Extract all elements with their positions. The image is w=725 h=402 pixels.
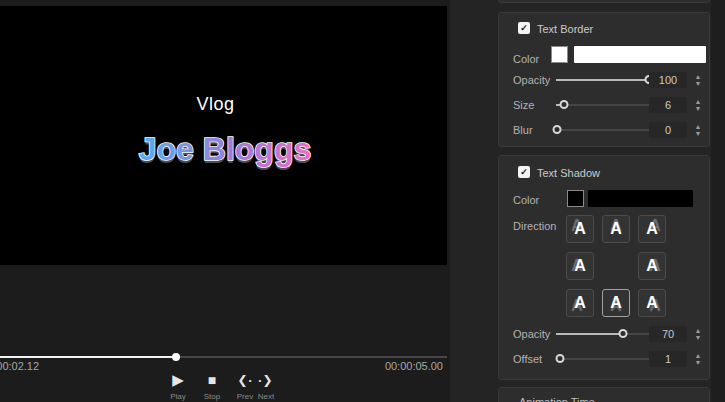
shadow-offset-stepper[interactable]: ▲ ▼ (692, 352, 704, 368)
stepper-down-icon[interactable]: ▼ (692, 130, 704, 137)
stepper-up-icon[interactable]: ▲ (692, 352, 704, 359)
stepper-up-icon[interactable]: ▲ (692, 123, 704, 130)
border-blur-slider[interactable] (556, 125, 651, 134)
video-editor-window: Vlog Joe Bloggs Joe Bloggs 00:00:02.12 0… (0, 0, 725, 402)
shadow-direction-bottom-button[interactable]: A (602, 289, 630, 317)
stepper-down-icon[interactable]: ▼ (692, 359, 704, 366)
shadow-opacity-stepper[interactable]: ▲ ▼ (692, 327, 704, 343)
total-time-label: 00:00:05.00 (385, 360, 443, 372)
animation-time-title: Animation Time (519, 396, 595, 402)
border-size-stepper[interactable]: ▲ ▼ (692, 98, 704, 114)
stop-icon: ■ (196, 370, 228, 390)
direction-glyph: A (639, 253, 665, 279)
direction-glyph: A (567, 216, 593, 242)
slider-track[interactable] (556, 104, 651, 106)
border-size-slider[interactable] (556, 100, 651, 109)
border-blur-label: Blur (513, 124, 533, 136)
slider-handle[interactable] (618, 329, 627, 338)
animation-time-group: Animation Time (498, 387, 710, 402)
text-shadow-title: Text Shadow (537, 167, 600, 179)
text-border-checkbox[interactable]: ✓ (518, 22, 530, 34)
stepper-down-icon[interactable]: ▼ (692, 80, 704, 87)
shadow-color-bar[interactable] (588, 190, 693, 207)
direction-glyph: A (639, 290, 665, 316)
shadow-direction-left-button[interactable]: A (566, 252, 594, 280)
preview-name-text: Joe Bloggs (139, 131, 311, 167)
playback-timeline[interactable] (0, 352, 447, 361)
border-opacity-stepper[interactable]: ▲ ▼ (692, 73, 704, 89)
stepper-up-icon[interactable]: ▲ (692, 327, 704, 334)
preview-pane: Vlog Joe Bloggs Joe Bloggs 00:00:02.12 0… (0, 0, 450, 402)
stepper-down-icon[interactable]: ▼ (692, 334, 704, 341)
text-shadow-checkbox[interactable]: ✓ (518, 166, 530, 178)
shadow-offset-label: Offset (513, 353, 542, 365)
border-size-value[interactable]: 6 (649, 97, 687, 113)
stop-button[interactable]: ■ Stop (196, 370, 228, 401)
border-color-swatch[interactable] (551, 46, 568, 63)
border-opacity-label: Opacity (513, 74, 550, 86)
next-button[interactable]: •❯ Next (251, 370, 281, 401)
text-border-title: Text Border (537, 23, 593, 35)
play-button-label: Play (160, 392, 196, 401)
timeline-handle[interactable] (172, 353, 180, 361)
shadow-direction-top-button[interactable]: A (602, 215, 630, 243)
shadow-offset-slider[interactable] (556, 354, 651, 363)
border-opacity-slider[interactable] (556, 75, 651, 84)
next-button-label: Next (251, 392, 281, 401)
shadow-opacity-label: Opacity (513, 328, 550, 340)
preview-name-text-graphic: Joe Bloggs Joe Bloggs (0, 124, 447, 176)
slider-track[interactable] (556, 129, 651, 131)
stop-button-label: Stop (196, 392, 228, 401)
group-box-partial (498, 0, 710, 3)
slider-track[interactable] (556, 358, 651, 360)
check-icon: ✓ (520, 167, 528, 177)
shadow-direction-top-right-button[interactable]: A (638, 215, 666, 243)
border-color-label: Color (513, 53, 539, 65)
direction-glyph: A (567, 253, 593, 279)
shadow-direction-bottom-right-button[interactable]: A (638, 289, 666, 317)
preview-title-text: Vlog (0, 94, 439, 115)
slider-handle[interactable] (555, 354, 564, 363)
next-icon: •❯ (251, 370, 281, 390)
play-button[interactable]: ▶ Play (160, 370, 196, 401)
shadow-color-label: Color (513, 194, 539, 206)
stepper-up-icon[interactable]: ▲ (692, 98, 704, 105)
border-blur-stepper[interactable]: ▲ ▼ (692, 123, 704, 139)
border-blur-value[interactable]: 0 (649, 122, 687, 138)
shadow-color-swatch[interactable] (567, 190, 584, 207)
play-icon: ▶ (160, 370, 196, 390)
shadow-direction-right-button[interactable]: A (638, 252, 666, 280)
slider-fill (556, 333, 623, 335)
slider-handle[interactable] (559, 100, 568, 109)
text-shadow-group: ✓ Text Shadow Color Direction A A A A A … (498, 155, 710, 380)
shadow-direction-top-left-button[interactable]: A (566, 215, 594, 243)
video-preview[interactable]: Vlog Joe Bloggs Joe Bloggs (0, 6, 447, 265)
border-size-label: Size (513, 99, 534, 111)
stepper-up-icon[interactable]: ▲ (692, 73, 704, 80)
current-time-label: 00:00:02.12 (0, 360, 39, 372)
check-icon: ✓ (520, 23, 528, 33)
shadow-opacity-slider[interactable] (556, 329, 651, 338)
direction-glyph: A (567, 290, 593, 316)
timeline-progress-fill (0, 356, 176, 358)
border-opacity-value[interactable]: 100 (649, 72, 687, 88)
slider-handle[interactable] (552, 125, 561, 134)
direction-glyph: A (603, 290, 629, 316)
panel-scrollbar[interactable] (711, 0, 725, 402)
border-color-bar[interactable] (574, 46, 706, 63)
direction-glyph: A (639, 216, 665, 242)
shadow-opacity-value[interactable]: 70 (649, 326, 687, 342)
text-border-group: ✓ Text Border Color Opacity 100 ▲ ▼ Size… (498, 12, 710, 147)
shadow-direction-label: Direction (513, 220, 556, 232)
shadow-offset-value[interactable]: 1 (649, 351, 687, 367)
slider-fill (556, 79, 649, 81)
stepper-down-icon[interactable]: ▼ (692, 105, 704, 112)
direction-glyph: A (603, 216, 629, 242)
shadow-direction-bottom-left-button[interactable]: A (566, 289, 594, 317)
